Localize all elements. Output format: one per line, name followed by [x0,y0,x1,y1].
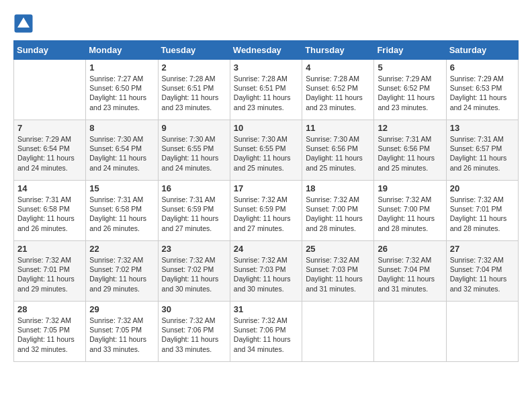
day-number: 9 [162,123,226,133]
calendar-cell: 8Sunrise: 7:30 AMSunset: 6:54 PMDaylight… [86,120,158,181]
calendar-cell: 29Sunrise: 7:32 AMSunset: 7:05 PMDayligh… [86,302,158,362]
day-number: 16 [162,183,226,193]
day-number: 21 [17,244,82,254]
calendar-cell: 1Sunrise: 7:27 AMSunset: 6:50 PMDaylight… [86,60,158,120]
day-info: Sunrise: 7:32 AMSunset: 7:01 PMDaylight:… [17,255,82,293]
day-info: Sunrise: 7:28 AMSunset: 6:51 PMDaylight:… [162,74,226,112]
header-row: SundayMondayTuesdayWednesdayThursdayFrid… [14,41,519,60]
calendar-cell: 16Sunrise: 7:31 AMSunset: 6:59 PMDayligh… [158,181,230,241]
calendar-cell: 12Sunrise: 7:31 AMSunset: 6:56 PMDayligh… [374,120,446,181]
day-number: 13 [450,123,515,133]
day-info: Sunrise: 7:31 AMSunset: 6:56 PMDaylight:… [378,134,442,173]
day-info: Sunrise: 7:32 AMSunset: 7:06 PMDaylight:… [234,316,298,354]
day-info: Sunrise: 7:29 AMSunset: 6:53 PMDaylight:… [450,74,515,112]
day-info: Sunrise: 7:32 AMSunset: 7:00 PMDaylight:… [306,195,370,233]
day-info: Sunrise: 7:30 AMSunset: 6:54 PMDaylight:… [89,134,154,173]
day-number: 26 [378,244,442,254]
day-number: 15 [89,183,154,193]
day-info: Sunrise: 7:32 AMSunset: 7:06 PMDaylight:… [162,316,226,354]
day-number: 25 [306,244,370,254]
week-row-1: 7Sunrise: 7:29 AMSunset: 6:54 PMDaylight… [14,120,519,181]
day-number: 17 [234,183,298,193]
day-info: Sunrise: 7:32 AMSunset: 6:59 PMDaylight:… [234,195,298,233]
week-row-3: 21Sunrise: 7:32 AMSunset: 7:01 PMDayligh… [14,241,519,302]
calendar-cell: 21Sunrise: 7:32 AMSunset: 7:01 PMDayligh… [14,241,86,302]
calendar-cell: 11Sunrise: 7:30 AMSunset: 6:56 PMDayligh… [302,120,374,181]
day-number: 8 [89,123,154,133]
calendar-table: SundayMondayTuesdayWednesdayThursdayFrid… [13,40,519,362]
day-info: Sunrise: 7:32 AMSunset: 7:02 PMDaylight:… [89,255,154,293]
day-info: Sunrise: 7:30 AMSunset: 6:55 PMDaylight:… [162,134,226,173]
calendar-cell: 6Sunrise: 7:29 AMSunset: 6:53 PMDaylight… [446,60,518,120]
calendar-cell: 17Sunrise: 7:32 AMSunset: 6:59 PMDayligh… [230,181,302,241]
calendar-cell: 7Sunrise: 7:29 AMSunset: 6:54 PMDaylight… [14,120,86,181]
day-number: 29 [89,304,154,314]
day-header-thursday: Thursday [302,41,374,60]
day-info: Sunrise: 7:27 AMSunset: 6:50 PMDaylight:… [89,74,154,112]
day-number: 18 [306,183,370,193]
calendar-cell: 23Sunrise: 7:32 AMSunset: 7:02 PMDayligh… [158,241,230,302]
day-number: 31 [234,304,298,314]
day-info: Sunrise: 7:31 AMSunset: 6:58 PMDaylight:… [17,195,82,233]
day-info: Sunrise: 7:32 AMSunset: 7:03 PMDaylight:… [306,255,370,293]
day-info: Sunrise: 7:30 AMSunset: 6:56 PMDaylight:… [306,134,370,173]
day-header-tuesday: Tuesday [158,41,230,60]
day-number: 10 [234,123,298,133]
day-number: 19 [378,183,442,193]
day-number: 22 [89,244,154,254]
day-number: 14 [17,183,82,193]
calendar-cell: 19Sunrise: 7:32 AMSunset: 7:00 PMDayligh… [374,181,446,241]
day-number: 11 [306,123,370,133]
calendar-cell: 27Sunrise: 7:32 AMSunset: 7:04 PMDayligh… [446,241,518,302]
calendar-cell [302,302,374,362]
day-info: Sunrise: 7:32 AMSunset: 7:03 PMDaylight:… [234,255,298,293]
calendar-cell: 18Sunrise: 7:32 AMSunset: 7:00 PMDayligh… [302,181,374,241]
calendar-cell: 28Sunrise: 7:32 AMSunset: 7:05 PMDayligh… [14,302,86,362]
calendar-cell: 14Sunrise: 7:31 AMSunset: 6:58 PMDayligh… [14,181,86,241]
day-header-sunday: Sunday [14,41,86,60]
day-info: Sunrise: 7:32 AMSunset: 7:04 PMDaylight:… [378,255,442,293]
week-row-2: 14Sunrise: 7:31 AMSunset: 6:58 PMDayligh… [14,181,519,241]
day-info: Sunrise: 7:32 AMSunset: 7:01 PMDaylight:… [450,195,515,233]
calendar-cell: 10Sunrise: 7:30 AMSunset: 6:55 PMDayligh… [230,120,302,181]
day-number: 23 [162,244,226,254]
day-number: 2 [162,62,226,73]
day-number: 5 [378,62,442,73]
day-number: 1 [89,62,154,73]
day-info: Sunrise: 7:32 AMSunset: 7:05 PMDaylight:… [17,316,82,354]
day-number: 27 [450,244,515,254]
calendar-cell: 31Sunrise: 7:32 AMSunset: 7:06 PMDayligh… [230,302,302,362]
day-info: Sunrise: 7:32 AMSunset: 7:00 PMDaylight:… [378,195,442,233]
calendar-cell: 3Sunrise: 7:28 AMSunset: 6:51 PMDaylight… [230,60,302,120]
day-info: Sunrise: 7:28 AMSunset: 6:51 PMDaylight:… [234,74,298,112]
day-number: 30 [162,304,226,314]
logo [13,13,35,34]
day-number: 3 [234,62,298,73]
calendar-cell: 5Sunrise: 7:29 AMSunset: 6:52 PMDaylight… [374,60,446,120]
day-info: Sunrise: 7:29 AMSunset: 6:52 PMDaylight:… [378,74,442,112]
calendar-cell [374,302,446,362]
calendar-cell: 30Sunrise: 7:32 AMSunset: 7:06 PMDayligh… [158,302,230,362]
day-number: 12 [378,123,442,133]
week-row-4: 28Sunrise: 7:32 AMSunset: 7:05 PMDayligh… [14,302,519,362]
day-info: Sunrise: 7:32 AMSunset: 7:05 PMDaylight:… [89,316,154,354]
calendar-cell: 26Sunrise: 7:32 AMSunset: 7:04 PMDayligh… [374,241,446,302]
day-info: Sunrise: 7:32 AMSunset: 7:02 PMDaylight:… [162,255,226,293]
day-info: Sunrise: 7:30 AMSunset: 6:55 PMDaylight:… [234,134,298,173]
day-info: Sunrise: 7:32 AMSunset: 7:04 PMDaylight:… [450,255,515,293]
day-number: 24 [234,244,298,254]
calendar-cell [14,60,86,120]
calendar-cell: 9Sunrise: 7:30 AMSunset: 6:55 PMDaylight… [158,120,230,181]
day-info: Sunrise: 7:31 AMSunset: 6:59 PMDaylight:… [162,195,226,233]
calendar-cell: 25Sunrise: 7:32 AMSunset: 7:03 PMDayligh… [302,241,374,302]
day-number: 4 [306,62,370,73]
calendar-cell: 15Sunrise: 7:31 AMSunset: 6:58 PMDayligh… [86,181,158,241]
day-header-saturday: Saturday [446,41,518,60]
day-number: 20 [450,183,515,193]
day-info: Sunrise: 7:31 AMSunset: 6:58 PMDaylight:… [89,195,154,233]
day-header-wednesday: Wednesday [230,41,302,60]
week-row-0: 1Sunrise: 7:27 AMSunset: 6:50 PMDaylight… [14,60,519,120]
day-number: 6 [450,62,515,73]
header [13,13,519,34]
day-info: Sunrise: 7:31 AMSunset: 6:57 PMDaylight:… [450,134,515,173]
